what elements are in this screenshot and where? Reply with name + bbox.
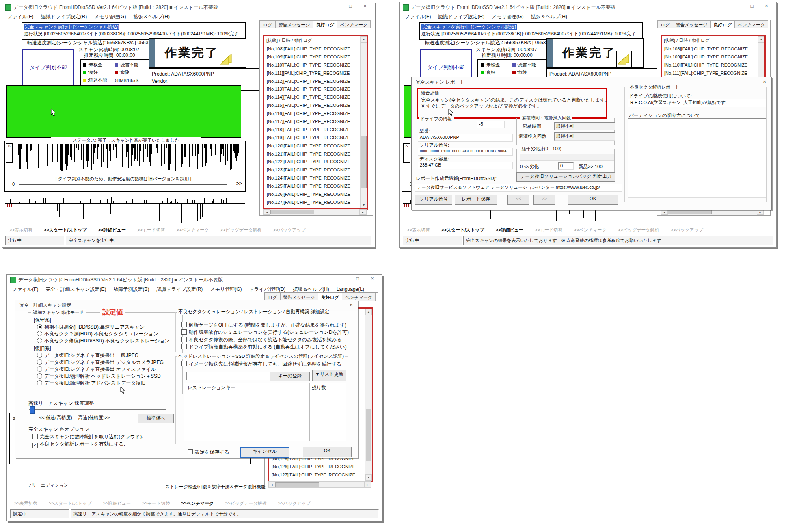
ok-button[interactable]: OK [568,195,618,205]
log-row[interactable]: [No,124][FAIL]:CHIP_TYPE_RECOGNIZE [265,174,360,182]
scan-mode-radio[interactable]: データ復旧:シグネチャ直接書出 一般JPEG [37,352,164,359]
footer-action-button[interactable]: >>ベンチマーク [574,227,606,234]
close-icon[interactable]: × [361,3,369,9]
maximize-icon[interactable]: □ [346,3,354,9]
footer-action-button[interactable]: >>詳細ビュー [103,500,131,507]
radio-icon[interactable] [37,373,42,379]
serial-number-button[interactable]: シリアル番号 [415,195,452,205]
footer-action-button[interactable]: >>モード切替 [137,227,165,234]
radio-icon[interactable] [37,338,42,343]
scroll-thumb[interactable] [668,210,712,214]
log-row[interactable]: [No,127][FAIL]:CHIP_TYPE_RECOGNIZE [270,471,365,479]
speed-default-button[interactable]: 標準値へ [138,414,174,423]
minimize-icon[interactable]: ─ [733,3,741,9]
scroll-right-icon[interactable]: ► [757,209,764,215]
scroll-thumb[interactable] [366,409,371,461]
footer-action-button[interactable]: >>詳細ビュー [98,227,126,234]
cloud-stats-checkbox[interactable]: 完全スキャンに故障統計を取り込む(クラウド). [32,433,143,440]
title-bar[interactable]: データ復旧クラウド FromHDDtoSSD Ver2.1 64ビット版 [Bu… [2,2,375,12]
scroll-thumb[interactable] [270,210,314,214]
log-row[interactable]: [No,125][FAIL]:CHIP_TYPE_RECOGNIZE [265,182,360,190]
log-row[interactable]: [No,108][FAIL]:CHIP_TYPE_RECOGNIZE [663,45,757,53]
log-tab[interactable]: 良好ログ [711,20,735,28]
license-key-input[interactable] [186,372,270,380]
log-row[interactable]: [No,110][FAIL]:CHIP_TYPE_RECOGNIZE [663,61,757,69]
menu-item[interactable]: ドライバ管理(D) [249,286,286,293]
scroll-right-icon[interactable]: ► [359,209,366,215]
checkbox-icon[interactable] [181,329,187,335]
sector-report-checkbox[interactable]: ✓不良セクタ解析レポートを有効にする. [32,441,125,448]
log-row[interactable]: [No,114][FAIL]:CHIP_TYPE_RECOGNIZE [265,93,360,102]
menu-item[interactable]: ファイル(F) [12,286,38,293]
radio-icon[interactable] [37,380,42,385]
footer-action-button[interactable]: >>ベンチマーク [181,500,214,507]
log-row[interactable]: [No,113][FAIL]:CHIP_TYPE_RECOGNIZE [265,85,360,93]
footer-action-button[interactable]: >>表示切替 [9,227,32,234]
scan-mode-radio[interactable]: 初期不良調査(HDD/SSD):高速リニアスキャン [37,324,170,331]
save-settings-checkbox[interactable]: 設定を保存する [188,449,229,456]
menu-item[interactable]: 拡張＆ヘルプ(H) [531,13,567,20]
log-row[interactable]: [No,112][FAIL]:CHIP_TYPE_RECOGNIZE [265,78,360,86]
menu-item[interactable]: 認識ドライブ設定(R) [157,286,203,293]
footer-action-button[interactable]: >>バックアップ [273,227,306,234]
log-row[interactable]: [No,111][FAIL]:CHIP_TYPE_RECOGNIZE [265,69,360,78]
note-triangles-icon[interactable] [616,51,632,67]
scroll-thumb[interactable] [361,136,367,188]
log-row[interactable]: [No,121][FAIL]:CHIP_TYPE_RECOGNIZE [265,150,360,158]
log-tab[interactable]: ベンチマーク [337,20,371,28]
log-row[interactable]: [No,108][FAIL]:CHIP_TYPE_RECOGNIZE [265,45,360,53]
checkbox-icon[interactable] [181,361,187,366]
scan-mode-radio[interactable]: 不良セクタ修復(HDD/SSD):不良セクタレストレーション [37,338,170,344]
option-checkbox[interactable]: 解析ゲージをOFFにする (時間を要しますが、正確な結果を得られます) [181,322,349,329]
minimize-icon[interactable]: ─ [332,3,340,9]
capacity-field[interactable]: 238.47 GB [418,162,513,169]
log-row[interactable]: [No,127][FAIL]:CHIP_TYPE_RECOGNIZE [265,199,360,207]
log-horizontal-scrollbar[interactable]: ◄ ► [268,481,371,488]
option-checkbox[interactable]: ドライブ情報自動再構築を有効にする (自動再生はオフにしてください) [181,344,349,351]
footer-action-button[interactable]: >>ビッグデータ解析 [618,227,659,234]
title-bar[interactable]: データ復旧クラウド FromHDDtoSSD Ver2.1 64ビット版 [Bu… [7,275,382,284]
log-row[interactable]: [No,111][FAIL]:CHIP_TYPE_RECOGNIZE [663,69,757,78]
log-tab[interactable]: 警告メッセージ [276,20,313,28]
log-vertical-scrollbar[interactable]: ▲ ▼ [360,36,367,208]
footer-action-button[interactable]: >>スタート/ストップ [441,227,484,234]
restoration-key-list[interactable]: レストレーションキー 残り数 [184,383,346,441]
close-icon[interactable]: × [761,79,768,85]
prev-button[interactable]: << [508,195,529,205]
log-tab[interactable]: 良好ログ [313,20,338,28]
footer-action-button[interactable]: >>ビッグデータ解析 [225,500,266,507]
next-button[interactable]: >> [533,195,555,205]
log-row[interactable]: [No,120][FAIL]:CHIP_TYPE_RECOGNIZE [265,142,360,150]
title-bar[interactable]: データ復旧クラウド FromHDDtoSSD Ver2.1 64ビット版 [Bu… [400,2,776,12]
scan-mode-radio[interactable]: データ復旧:物理解析 ヘッドレストレーション＋SSD [37,373,164,380]
menu-item[interactable]: メモリ管理(G) [492,13,523,20]
option-checkbox[interactable]: 不良セクタ修復の際、全部ではなく読込不能セクタのみ復活を試みる [181,336,349,344]
refresh-list-button[interactable]: ▼リスト更新 [312,370,346,381]
footer-action-button[interactable]: >>スタート/ストップ [49,500,92,507]
menu-item[interactable]: 認識ドライブ設定(R) [438,13,484,20]
temperature-field[interactable]: -5 [477,121,505,128]
menu-item[interactable]: メモリ管理(G) [210,286,242,293]
speed-slider-track[interactable] [29,409,166,410]
report-source-field[interactable]: データ復旧サービス＆ソフトウェア データソリューションセンター https://… [415,184,622,192]
close-icon[interactable]: × [348,302,355,308]
scroll-left-icon[interactable]: ◄ [268,482,275,487]
menu-item[interactable]: 拡張＆ヘルプ(H) [293,286,329,293]
checkbox-icon[interactable] [181,344,187,349]
log-row[interactable]: [No,116][FAIL]:CHIP_TYPE_RECOGNIZE [265,110,360,118]
graph-forward-label[interactable]: >> [236,181,242,186]
close-icon[interactable]: × [762,3,771,9]
menu-item[interactable]: 故障予測設定(B) [114,286,149,293]
menu-item[interactable]: ファイル(F) [7,13,33,20]
serial-field[interactable]: 0000_0000_0100_0000_4CE0_0018_DD8C_9084 [418,148,513,156]
log-tab[interactable]: ログ [260,20,276,28]
log-tab[interactable]: ログ [657,20,673,28]
scan-mode-radio[interactable]: データ復旧:論理解析 アドバンストデータ復旧 [37,380,164,387]
scan-mode-radio[interactable]: 不良セクタ予測(HDD):不良セクタシミュレーション [37,331,170,338]
log-tab[interactable]: 警告メッセージ [673,20,711,28]
menu-item[interactable]: 完全・詳細スキャン設定(E) [45,286,106,293]
scroll-down-icon[interactable]: ▼ [361,202,367,208]
log-vertical-scrollbar[interactable]: ▲ ▼ [365,309,372,481]
cancel-button[interactable]: キャンセル [240,447,289,458]
scroll-left-icon[interactable]: ◄ [661,209,668,215]
